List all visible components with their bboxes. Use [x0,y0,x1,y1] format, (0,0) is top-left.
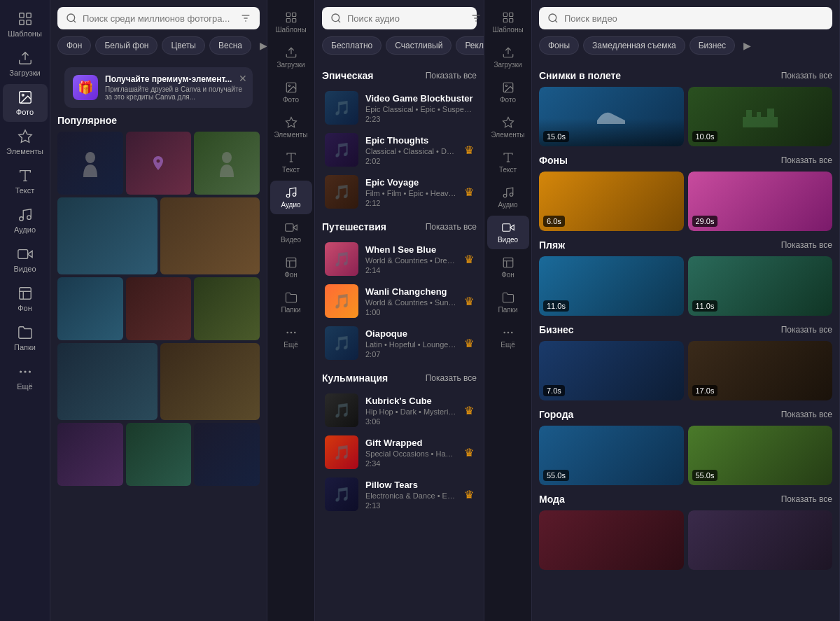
audio-item-oiapoque[interactable]: 🎵 Oiapoque Latin • Hopeful • Lounge • La… [322,322,477,364]
photo-grid-row3 [57,277,260,340]
photo-item-3[interactable] [194,132,260,195]
sidebar-item-text[interactable]: Текст [3,162,48,200]
photo-item-10[interactable] [160,343,260,420]
photo-item-2[interactable] [126,132,192,195]
mini-sidebar-more[interactable]: Ещё [270,321,312,354]
video-search-input[interactable] [564,13,824,24]
v-mini-folders[interactable]: Папки [487,286,529,319]
video-item-city-2[interactable]: 55.0s [688,426,833,485]
chip-flowers[interactable]: Цветы [162,36,205,55]
sidebar-item-uploads[interactable]: Загрузки [3,45,48,83]
photo-item-12[interactable] [126,423,192,486]
sidebar-item-templates[interactable]: Шаблоны [3,6,48,43]
sidebar-item-video[interactable]: Видео [3,241,48,279]
photo-item-5[interactable] [160,197,260,274]
chip-happy[interactable]: Счастливый [386,36,451,55]
photo-item-8[interactable] [194,277,260,340]
v-mini-templates[interactable]: Шаблоны [487,6,529,39]
cities-show-all[interactable]: Показать все [781,410,832,419]
chip-more-photo[interactable]: ▶ [255,36,267,55]
epic-show-all[interactable]: Показать все [426,71,477,81]
photo-grid-row1 [57,132,260,195]
photo-item-4[interactable] [57,197,158,274]
video-item-biz-2[interactable]: 17.0s [688,341,833,400]
sidebar-item-elements[interactable]: Элементы [3,123,48,161]
photo-item-7[interactable] [126,277,192,340]
audio-item-pillow[interactable]: 🎵 Pillow Tears Electronica & Dance • Epi… [322,473,477,515]
v-mini-text[interactable]: Текст [487,146,529,179]
chip-business[interactable]: Бизнес [690,36,735,55]
promo-close-button[interactable]: ✕ [239,73,247,84]
audio-item-thoughts[interactable]: 🎵 Epic Thoughts Classical • Classical • … [322,129,477,171]
chip-more-video[interactable]: ▶ [739,36,755,55]
video-item-beach-1[interactable]: 11.0s [539,256,684,316]
chip-free[interactable]: Бесплатно [322,36,382,55]
v-mini-elements[interactable]: Элементы [487,111,529,144]
audio-item-wanli[interactable]: 🎵 Wanli Changcheng World & Countries • S… [322,280,477,322]
v-mini-more[interactable]: Ещё [487,321,529,354]
mini-sidebar-text[interactable]: Текст [270,146,312,179]
v-mini-bg[interactable]: Фон [487,251,529,284]
mini-sidebar-folders[interactable]: Папки [270,286,312,319]
fashion-show-all[interactable]: Показать все [781,494,832,504]
beach-show-all[interactable]: Показать все [781,240,832,250]
sidebar-item-more[interactable]: Ещё [3,358,48,396]
video-item-bg-2[interactable]: 29.0s [688,172,833,231]
video-item-fashion-1[interactable] [539,510,684,570]
photo-icon [18,90,33,105]
flight-title: Снимки в полете [539,70,621,81]
audio-item-gift[interactable]: 🎵 Gift Wrapped Special Occasions • Happy… [322,431,477,473]
bgsection-show-all[interactable]: Показать все [781,155,832,165]
mini-sidebar-uploads[interactable]: Загрузки [270,41,312,74]
photo-item-11[interactable] [57,423,123,486]
v-mini-video[interactable]: Видео [487,216,529,249]
audio-item-blue[interactable]: 🎵 When I See Blue World & Countries • Dr… [322,238,477,280]
sidebar-item-folders[interactable]: Папки [3,319,48,357]
video-item-biz-1[interactable]: 7.0s [539,341,684,400]
chip-backgrounds[interactable]: Фоны [539,36,579,55]
video-item-flight-1[interactable]: 15.0s [539,87,684,146]
audio-filter-icon[interactable] [470,13,482,24]
video-item-bg-1[interactable]: 6.0s [539,172,684,231]
video-item-city-1[interactable]: 55.0s [539,426,684,485]
svg-point-41 [332,14,340,22]
audio-search-input[interactable] [347,13,465,24]
mini-sidebar-video[interactable]: Видео [270,216,312,249]
photo-filter-icon[interactable] [240,13,251,24]
video-item-fashion-2[interactable] [688,510,833,570]
audio-item-voyage[interactable]: 🎵 Epic Voyage Film • Film • Epic • Heavy… [322,171,477,213]
audio-meta-2: Classical • Classical • Dark •... [365,147,457,155]
sidebar-item-photos[interactable]: Фото [3,84,48,122]
chip-white-bg[interactable]: Белый фон [95,36,158,55]
mini-sidebar-photo[interactable]: Фото [270,76,312,109]
chip-slowmo[interactable]: Замедленная съемка [583,36,685,55]
video-item-beach-2[interactable]: 11.0s [688,256,833,316]
mini-sidebar-bg[interactable]: Фон [270,251,312,284]
mini-sidebar-audio[interactable]: Аудио [270,181,312,214]
photo-item-6[interactable] [57,277,123,340]
mini-sidebar-templates[interactable]: Шаблоны [270,6,312,39]
chip-ads[interactable]: Реклама [456,36,484,55]
v-mini-audio[interactable]: Аудио [487,181,529,214]
video-item-flight-2[interactable]: 10.0s [688,87,833,146]
chip-spring[interactable]: Весна [209,36,251,55]
v-mini-photo[interactable]: Фото [487,76,529,109]
sidebar-item-bg[interactable]: Фон [3,280,48,318]
audio-item-kubrick[interactable]: 🎵 Kubrick's Cube Hip Hop • Dark • Myster… [322,389,477,431]
bg-duration-1: 6.0s [543,216,565,227]
v-mini-uploads[interactable]: Загрузки [487,41,529,74]
chip-bg[interactable]: Фон [57,36,91,55]
business-show-all[interactable]: Показать все [781,325,832,335]
photo-item-13[interactable] [194,423,260,486]
more-icon [18,364,33,379]
climax-show-all[interactable]: Показать все [426,373,477,383]
photo-item-9[interactable] [57,343,158,420]
flight-show-all[interactable]: Показать все [781,71,832,81]
audio-item-blockbuster[interactable]: 🎵 Video Game Blockbuster Epic Classical … [322,87,477,129]
audio-thumb-2: 🎵 [325,133,358,167]
travel-show-all[interactable]: Показать все [426,222,477,232]
sidebar-item-audio[interactable]: Аудио [3,202,48,239]
photo-item-1[interactable] [57,132,123,195]
mini-sidebar-elements[interactable]: Элементы [270,111,312,144]
photo-search-input[interactable] [83,13,234,24]
